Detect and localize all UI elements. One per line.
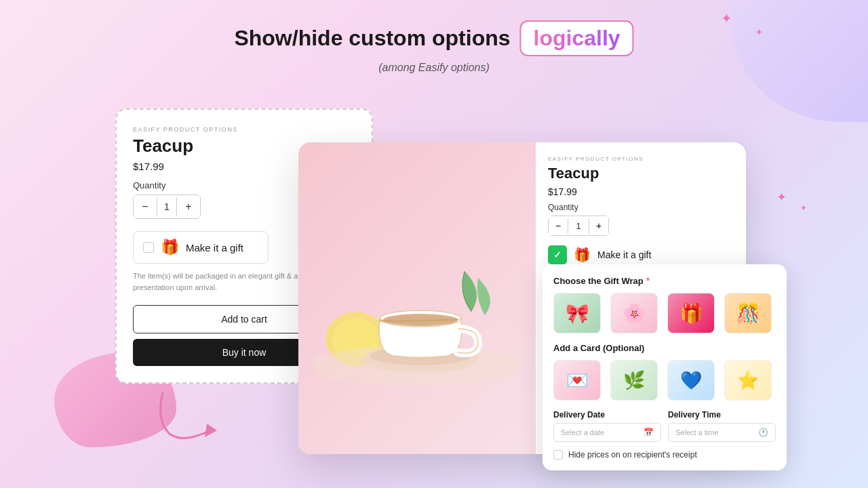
wrap-swatch-2-inner: 🌸 [611, 293, 657, 333]
right-product-title: Teacup [548, 165, 734, 182]
wrap-swatch-4-inner: 🎊 [725, 293, 771, 333]
right-gift-checked-row[interactable]: ✓ 🎁 Make it a gift [548, 245, 734, 264]
hide-prices-label: Hide prices on on recipient's receipt [568, 450, 697, 460]
page-header: Show/hide custom options logically (amon… [234, 20, 633, 74]
card-swatch-3[interactable]: 💙 [667, 360, 715, 401]
right-qty-label: Quantity [548, 203, 734, 212]
right-qty-value: 1 [568, 218, 589, 234]
right-gift-icon: 🎁 [574, 247, 591, 263]
wrap-swatch-2[interactable]: 🌸 [610, 293, 658, 333]
delivery-time-group: Delivery Time Select a time 🕐 [668, 410, 776, 442]
left-gift-icon: 🎁 [161, 239, 179, 256]
delivery-date-label: Delivery Date [553, 410, 661, 420]
right-qty-minus-button[interactable]: − [549, 216, 568, 235]
hide-prices-checkbox[interactable] [553, 450, 563, 460]
header-subtitle: (among Easify options) [234, 62, 633, 74]
sparkle-icon-2: ✦ [755, 27, 763, 37]
card-swatch-2[interactable]: 🌿 [610, 360, 658, 401]
card-swatch-2-inner: 🌿 [611, 361, 657, 400]
right-qty-plus-button[interactable]: + [589, 216, 608, 235]
product-image [298, 142, 536, 454]
delivery-row: Delivery Date Select a date 📅 Delivery T… [553, 410, 776, 442]
left-qty-minus-button[interactable]: − [134, 195, 157, 218]
delivery-date-input[interactable]: Select a date 📅 [553, 423, 661, 442]
right-gift-label: Make it a gift [597, 249, 651, 260]
wrap-swatch-1-inner: 🎀 [554, 293, 600, 333]
right-brand-label: EASIFY PRODUCT OPTIONS [548, 156, 734, 162]
header-main-text: Show/hide custom options [234, 26, 510, 51]
card-swatch-3-inner: 💙 [668, 361, 714, 400]
left-qty-plus-button[interactable]: + [177, 195, 200, 218]
sparkle-icon-1: ✦ [721, 10, 732, 26]
wrap-swatch-4[interactable]: 🎊 [724, 293, 772, 333]
card-swatch-1[interactable]: 💌 [553, 360, 601, 401]
product-image-area [298, 142, 536, 454]
right-qty-control: − 1 + [548, 216, 609, 236]
card-swatch-1-inner: 💌 [554, 361, 600, 400]
header-title-row: Show/hide custom options logically [234, 20, 633, 56]
sparkle-icon-5: ✦ [776, 190, 787, 205]
delivery-time-placeholder: Select a time [675, 428, 719, 436]
left-gift-checkbox[interactable] [143, 242, 154, 253]
header-highlight-text: logically [534, 26, 620, 50]
hide-prices-row[interactable]: Hide prices on on recipient's receipt [553, 450, 776, 460]
wrap-swatch-3[interactable]: 🎁 [667, 293, 715, 333]
svg-marker-7 [205, 424, 217, 437]
gift-checked-indicator[interactable]: ✓ [548, 245, 567, 264]
sparkle-icon-6: ✦ [800, 203, 807, 213]
wrap-section-title: Choose the Gift Wrap * [553, 275, 776, 286]
wrap-swatch-1[interactable]: 🎀 [553, 293, 601, 333]
clock-icon: 🕐 [758, 428, 768, 437]
delivery-date-placeholder: Select a date [561, 428, 604, 436]
left-gift-checkbox-row[interactable]: 🎁 Make it a gift [133, 231, 269, 264]
card-swatch-4-inner: ⭐ [725, 361, 771, 400]
right-product-price: $17.99 [548, 186, 734, 197]
required-indicator: * [646, 275, 650, 286]
header-highlight-box: logically [520, 20, 634, 56]
delivery-date-group: Delivery Date Select a date 📅 [553, 410, 661, 442]
card-swatch-4[interactable]: ⭐ [724, 360, 772, 401]
left-qty-control: − 1 + [133, 195, 201, 219]
delivery-time-input[interactable]: Select a time 🕐 [668, 423, 776, 442]
left-gift-label: Make it a gift [186, 242, 243, 253]
card-swatch-grid: 💌 🌿 💙 ⭐ [553, 360, 776, 401]
delivery-time-label: Delivery Time [668, 410, 776, 420]
options-panel: Choose the Gift Wrap * 🎀 🌸 🎁 🎊 Add a Car… [542, 264, 787, 470]
left-brand-label: EASIFY PRODUCT OPTIONS [133, 126, 355, 133]
arrow-annotation [149, 380, 231, 447]
calendar-icon: 📅 [644, 428, 654, 437]
wrap-swatch-3-inner: 🎁 [668, 293, 714, 333]
left-qty-value: 1 [157, 197, 177, 216]
card-section-title: Add a Card (Optional) [553, 343, 776, 353]
checkmark-icon: ✓ [553, 249, 561, 260]
gift-wrap-grid: 🎀 🌸 🎁 🎊 [553, 293, 776, 333]
decorative-blob-lavender [732, 0, 868, 122]
